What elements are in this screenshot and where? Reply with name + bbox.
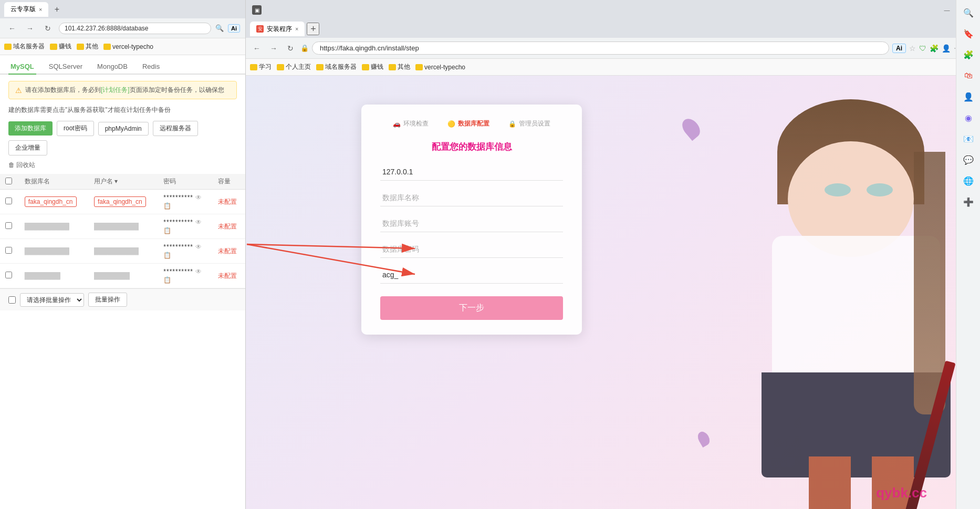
- db-host-input[interactable]: [380, 163, 563, 181]
- left-tab-active[interactable]: 云专享版 ×: [4, 2, 48, 17]
- phpmyadmin-btn[interactable]: phpMyAdmin: [98, 122, 149, 136]
- enterprise-btn[interactable]: 企业增量: [8, 140, 47, 155]
- bookmark-other-label: 其他: [86, 42, 98, 51]
- left-ai-badge: Ai: [228, 24, 240, 33]
- left-content: MySQL SQLServer MongoDB Redis ⚠ 请在添加数据库后…: [0, 55, 245, 509]
- page-content-area: 🚗 环境检查 🟡 数据库配置 🔒 管理员设置 配置您的数据库信息: [246, 76, 956, 509]
- right-bm-label-6: vercel-typecho: [424, 64, 465, 71]
- right-bm-label-2: 个人主页: [286, 63, 311, 71]
- right-refresh-btn[interactable]: ↻: [284, 41, 297, 55]
- user-icon[interactable]: 👤: [942, 44, 951, 53]
- row4-copy-icon[interactable]: 📋: [163, 276, 207, 284]
- right-bookmark-other[interactable]: 其他: [389, 63, 410, 71]
- bookmark-vercel[interactable]: vercel-typecho: [103, 43, 153, 50]
- right-tab-add[interactable]: +: [307, 23, 319, 35]
- left-forward-btn[interactable]: →: [23, 22, 37, 35]
- right-browser: ▣ — □ × 安 安装程序 × + ← → ↻ 🔒 Ai ☆ 🛡 🧩 👤 ⋯ …: [246, 0, 980, 509]
- bookmark-zhuanqian[interactable]: 赚钱: [50, 42, 71, 51]
- warning-link[interactable]: [计划任务]: [101, 86, 130, 94]
- bookmark-other[interactable]: 其他: [77, 42, 98, 51]
- left-back-btn[interactable]: ←: [5, 22, 19, 35]
- right-tab-close[interactable]: ×: [295, 26, 298, 32]
- left-url-input[interactable]: [59, 23, 211, 34]
- right-tab-install[interactable]: 安 安装程序 ×: [250, 22, 305, 36]
- minimize-btn[interactable]: —: [943, 6, 951, 14]
- tab-mongodb[interactable]: MongoDB: [95, 59, 130, 75]
- sidebar-circle-btn[interactable]: ◉: [960, 109, 977, 126]
- star-icon[interactable]: ☆: [909, 44, 916, 53]
- bookmark-folder-icon-1: [4, 44, 12, 50]
- step-env-icon: 🚗: [393, 120, 401, 128]
- step-env-label: 环境检查: [403, 119, 429, 128]
- row1-copy-icon[interactable]: 📋: [163, 202, 207, 210]
- row1-eye-icon[interactable]: 👁: [195, 194, 202, 201]
- row1-username: faka_qingdh_cn: [94, 196, 146, 207]
- batch-action-btn[interactable]: 批量操作: [88, 293, 127, 307]
- sidebar-add-btn[interactable]: ➕: [960, 193, 977, 210]
- right-tab-icon: 安: [256, 25, 264, 33]
- row2-checkbox[interactable]: [5, 222, 12, 229]
- right-tab-title: 安装程序: [267, 25, 292, 34]
- right-url-input[interactable]: [312, 41, 889, 55]
- left-search-icon: 🔍: [215, 24, 224, 32]
- sidebar-shopping-btn[interactable]: 🛍: [960, 67, 977, 84]
- bookmark-yuming[interactable]: 域名服务器: [4, 42, 45, 51]
- right-bm-label-5: 其他: [398, 63, 410, 71]
- sidebar-user-btn[interactable]: 👤: [960, 88, 977, 105]
- left-tab-close-btn[interactable]: ×: [39, 6, 42, 13]
- row3-checkbox[interactable]: [5, 247, 12, 254]
- batch-select-dropdown[interactable]: 请选择批量操作: [20, 293, 84, 307]
- table-row: ██████████ ██████████ ********** 👁 📋 未配置: [0, 214, 245, 239]
- tab-redis[interactable]: Redis: [140, 59, 162, 75]
- add-db-btn[interactable]: 添加数据库: [8, 121, 53, 136]
- row2-eye-icon[interactable]: 👁: [195, 219, 202, 226]
- left-tab-add-btn[interactable]: +: [50, 3, 63, 16]
- sidebar-bookmark-btn[interactable]: 🔖: [960, 25, 977, 42]
- right-forward-btn[interactable]: →: [267, 41, 280, 55]
- left-refresh-btn[interactable]: ↻: [41, 22, 55, 35]
- sidebar-extensions-btn[interactable]: 🧩: [960, 46, 977, 63]
- db-prefix-input[interactable]: [380, 266, 563, 284]
- row3-eye-icon[interactable]: 👁: [195, 243, 202, 251]
- remote-server-btn[interactable]: 远程服务器: [153, 121, 198, 136]
- sidebar-search-btn[interactable]: 🔍: [960, 4, 977, 21]
- step-admin-icon: 🔒: [508, 120, 516, 128]
- th-password: 密码: [158, 174, 212, 190]
- trash-btn[interactable]: 🗑 回收站: [8, 161, 35, 170]
- select-all-header[interactable]: [5, 178, 12, 184]
- row4-username: ████████: [94, 272, 130, 279]
- extensions-icon[interactable]: 🧩: [930, 44, 939, 53]
- th-capacity: 容量: [213, 174, 245, 190]
- th-username: 用户名 ▾: [89, 174, 158, 190]
- steps-bar: 🚗 环境检查 🟡 数据库配置 🔒 管理员设置: [380, 119, 563, 128]
- right-bookmark-vercel[interactable]: vercel-typecho: [415, 64, 465, 71]
- root-password-btn[interactable]: root密码: [57, 121, 94, 136]
- right-bookmark-grzhuye[interactable]: 个人主页: [277, 63, 311, 71]
- select-all-checkbox[interactable]: [8, 296, 16, 304]
- row3-copy-icon[interactable]: 📋: [163, 252, 207, 259]
- bottom-bar: 请选择批量操作 批量操作: [0, 288, 245, 310]
- db-name-input[interactable]: [380, 189, 563, 206]
- right-bookmark-zhuanqian[interactable]: 赚钱: [362, 63, 383, 71]
- right-address-bar: ← → ↻ 🔒 Ai ☆ 🛡 🧩 👤 ⋯ B: [246, 38, 980, 59]
- row4-checkbox[interactable]: [5, 272, 12, 278]
- tab-sqlserver[interactable]: SQLServer: [47, 59, 85, 75]
- right-back-btn[interactable]: ←: [250, 41, 264, 55]
- next-step-btn[interactable]: 下一步: [380, 296, 563, 320]
- tab-mysql[interactable]: MySQL: [8, 59, 36, 75]
- sidebar-outlook-btn[interactable]: 📧: [960, 130, 977, 147]
- row4-eye-icon[interactable]: 👁: [195, 268, 202, 275]
- sidebar-chat-btn[interactable]: 💬: [960, 151, 977, 168]
- right-bm-icon-6: [415, 64, 423, 70]
- row4-capacity: 未配置: [218, 272, 237, 279]
- db-account-input[interactable]: [380, 215, 563, 232]
- row1-checkbox[interactable]: [5, 198, 12, 204]
- db-password-input[interactable]: [380, 241, 563, 258]
- row2-copy-icon[interactable]: 📋: [163, 227, 207, 234]
- sidebar-globe-btn[interactable]: 🌐: [960, 172, 977, 189]
- right-bookmark-xuexi[interactable]: 学习: [250, 63, 272, 71]
- right-bm-icon-3: [316, 64, 324, 70]
- right-bookmark-yuming[interactable]: 域名服务器: [316, 63, 357, 71]
- right-bm-icon-1: [250, 64, 257, 70]
- th-dbname: 数据库名: [19, 174, 89, 190]
